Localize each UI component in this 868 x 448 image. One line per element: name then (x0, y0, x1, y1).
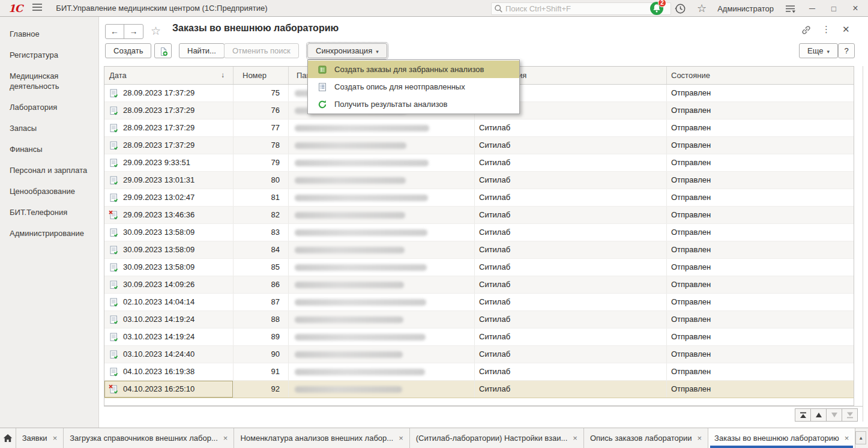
table-body: 28.09.2023 17:37:2975СитилабОтправлен28.… (104, 85, 854, 398)
cell-date: 29.09.2023 13:46:36 (104, 207, 234, 223)
sync-menu-item[interactable]: Создать опись для неотправленных (308, 78, 519, 95)
table-row[interactable]: 30.09.2023 13:58:0984СитилабОтправлен (104, 241, 854, 259)
tab-close-icon[interactable]: × (845, 434, 849, 443)
hamburger-menu-icon[interactable] (32, 3, 43, 13)
scroll-up-button[interactable] (810, 408, 827, 422)
patient-name-redacted (295, 160, 429, 166)
sidebar-item[interactable]: Регистратура (0, 44, 98, 65)
bottom-tab[interactable]: Загрузка справочников внешних лабор...× (64, 428, 234, 448)
patient-name-redacted (295, 386, 402, 393)
forward-button[interactable]: → (124, 25, 143, 38)
cell-lab: Ситилаб (475, 172, 667, 189)
table-row[interactable]: 29.09.2023 13:01:3180СитилабОтправлен (104, 172, 854, 189)
cell-lab: Ситилаб (475, 363, 667, 380)
posted-document-icon (109, 245, 119, 255)
table-row[interactable]: 04.10.2023 16:25:1092СитилабОтправлен (104, 381, 854, 398)
table-row[interactable]: 04.10.2023 16:19:3891СитилабОтправлен (104, 363, 854, 381)
tab-close-icon[interactable]: × (698, 434, 702, 443)
table-row[interactable]: 29.09.2023 13:46:3682СитилабОтправлен (104, 207, 854, 224)
tab-close-icon[interactable]: × (573, 434, 577, 443)
tab-overflow-button[interactable]: ▲ (855, 431, 866, 444)
notifications-icon[interactable]: 2 (649, 1, 664, 16)
cancel-search-button[interactable]: Отменить поиск (224, 43, 299, 58)
create-by-copy-button[interactable] (154, 43, 172, 58)
patient-name-redacted (295, 195, 428, 201)
history-icon[interactable] (675, 3, 686, 14)
get-link-icon[interactable] (800, 24, 812, 38)
cell-lab: Ситилаб (475, 120, 667, 136)
bottom-tab[interactable]: Опись заказов лаборатории× (584, 428, 708, 448)
table-row[interactable]: 29.09.2023 9:33:5179СитилабОтправлен (104, 154, 854, 172)
order-date: 03.10.2023 14:19:24 (123, 328, 194, 345)
help-button[interactable]: ? (838, 43, 855, 58)
patient-name-redacted (295, 125, 429, 132)
table-row[interactable]: 03.10.2023 14:19:2489СитилабОтправлен (104, 328, 854, 346)
close-form-icon[interactable]: ✕ (842, 24, 850, 35)
table-row[interactable]: 03.10.2023 14:24:4090СитилабОтправлен (104, 346, 854, 363)
more-commands-icon[interactable]: ⋮ (822, 24, 830, 35)
add-to-favorites-star-icon[interactable]: ☆ (151, 24, 161, 38)
go-to-bottom-button[interactable] (842, 408, 858, 422)
create-button[interactable]: Создать (105, 43, 151, 58)
order-date: 02.10.2023 14:04:14 (123, 294, 194, 310)
sidebar-item[interactable]: Главное (0, 23, 98, 44)
tab-home[interactable] (0, 428, 16, 448)
sidebar-item[interactable]: Лаборатория (0, 97, 98, 118)
back-button[interactable]: ← (106, 25, 124, 38)
cell-state: Отправлен (667, 276, 854, 293)
posted-document-icon (109, 123, 119, 133)
posted-document-icon (109, 350, 119, 360)
favorites-star-icon[interactable]: ☆ (697, 2, 707, 15)
tab-close-icon[interactable]: × (399, 434, 403, 443)
sidebar-item[interactable]: Запасы (0, 118, 98, 139)
history-nav-group: ← → (105, 24, 143, 39)
cell-number: 81 (234, 189, 289, 206)
posted-document-icon (109, 88, 119, 98)
cell-date: 28.09.2023 17:37:29 (104, 137, 234, 154)
minimize-button[interactable]: ─ (807, 4, 818, 13)
global-search[interactable] (491, 2, 671, 15)
column-header-state[interactable]: Состояние (667, 67, 854, 84)
table-row[interactable]: 02.10.2023 14:04:1487СитилабОтправлен (104, 294, 854, 311)
table-row[interactable]: 03.10.2023 14:19:2488СитилабОтправлен (104, 311, 854, 328)
order-date: 03.10.2023 14:19:24 (123, 311, 194, 328)
order-date: 28.09.2023 17:37:29 (123, 102, 194, 119)
sync-dropdown-button[interactable]: Синхронизация▾ (307, 43, 387, 58)
more-button[interactable]: Еще▾ (799, 43, 838, 58)
cell-state: Отправлен (667, 311, 854, 328)
sidebar-item[interactable]: Ценообразование (0, 181, 98, 202)
cell-state: Отправлен (667, 207, 854, 223)
sidebar-item[interactable]: Финансы (0, 139, 98, 160)
sidebar-item[interactable]: БИТ.Телефония (0, 202, 98, 223)
bottom-tab[interactable]: (Ситилаб-лаборатории) Настройки взаи...× (410, 428, 584, 448)
close-window-button[interactable]: × (850, 3, 861, 14)
bottom-tab[interactable]: Номенклатура анализов внешних лабор...× (234, 428, 409, 448)
table-row[interactable]: 28.09.2023 17:37:2978СитилабОтправлен (104, 137, 854, 154)
table-row[interactable]: 30.09.2023 13:58:0985СитилабОтправлен (104, 259, 854, 276)
sync-menu-item[interactable]: Создать заказы для забранных анализов (308, 61, 519, 78)
tab-close-icon[interactable]: × (53, 434, 58, 443)
sidebar-item[interactable]: Персонал и зарплата (0, 160, 98, 181)
table-row[interactable]: 28.09.2023 17:37:2977СитилабОтправлен (104, 120, 854, 137)
refresh-icon (318, 100, 327, 109)
maximize-button[interactable]: □ (828, 4, 839, 13)
sidebar-item[interactable]: Медицинская деятельность (0, 65, 98, 97)
service-menu-icon[interactable] (785, 4, 796, 13)
find-button[interactable]: Найти... (179, 43, 225, 58)
bottom-tab[interactable]: Заказы во внешнюю лабораторию× (708, 428, 855, 448)
current-user[interactable]: Администратор (717, 4, 774, 13)
table-row[interactable]: 29.09.2023 13:02:4781СитилабОтправлен (104, 189, 854, 207)
cell-patient (289, 241, 475, 258)
tab-close-icon[interactable]: × (223, 434, 228, 443)
table-row[interactable]: 30.09.2023 14:09:2686СитилабОтправлен (104, 276, 854, 294)
scroll-down-button[interactable] (826, 408, 842, 422)
column-header-date[interactable]: Дата ↓ (104, 67, 234, 84)
bottom-tab[interactable]: Заявки× (16, 428, 64, 448)
table-row[interactable]: 30.09.2023 13:58:0983СитилабОтправлен (104, 224, 854, 241)
sync-menu-item[interactable]: Получить результаты анализов (308, 95, 519, 113)
search-input[interactable] (505, 4, 662, 13)
sidebar-item[interactable]: Администрирование (0, 223, 98, 244)
menu-item-label: Создать опись для неотправленных (334, 82, 465, 91)
go-to-top-button[interactable] (795, 408, 811, 422)
column-header-number[interactable]: Номер (234, 67, 289, 84)
